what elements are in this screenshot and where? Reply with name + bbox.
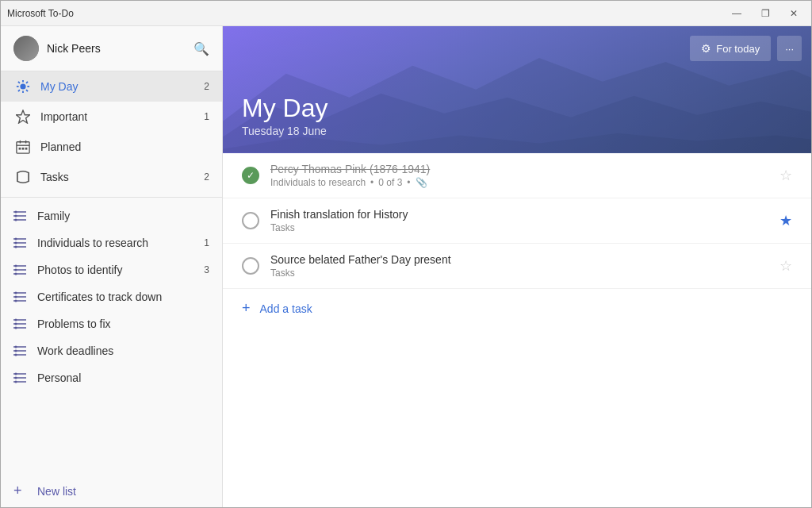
task-list-name: Tasks [270, 222, 295, 233]
task-subtask-count: 0 of 3 [378, 177, 402, 188]
list-icon-family [13, 210, 29, 222]
list-item-certificates[interactable]: Certificates to track down [1, 283, 222, 310]
nav-badge-tasks: 2 [204, 171, 209, 183]
star-icon [13, 110, 33, 124]
svg-point-0 [20, 83, 25, 89]
sidebar-item-important[interactable]: Important 1 [1, 102, 222, 132]
sidebar: Nick Peers 🔍 My Day 2 Important 1 Planne… [1, 26, 223, 507]
add-plus-icon: + [242, 300, 251, 317]
list-label-certificates: Certificates to track down [37, 291, 209, 303]
sidebar-item-planned[interactable]: Planned [1, 132, 222, 162]
task-title: Source belated Father's Day present [270, 253, 772, 266]
list-item-family[interactable]: Family [1, 202, 222, 229]
avatar [13, 36, 39, 61]
task-body: Finish translation for History Tasks [270, 208, 772, 233]
nav-label-my-day: My Day [40, 80, 204, 93]
list-icon-personal [13, 371, 29, 384]
restore-button[interactable]: ❐ [754, 5, 776, 22]
svg-point-54 [15, 354, 17, 356]
sidebar-item-tasks[interactable]: Tasks 2 [1, 162, 222, 192]
svg-point-41 [15, 296, 17, 298]
new-list-label: New list [37, 485, 76, 498]
window-controls: — ❐ ✕ [726, 5, 805, 22]
task-star-button[interactable]: ☆ [779, 257, 792, 275]
page-title: My Day [242, 94, 792, 123]
svg-rect-14 [25, 148, 28, 150]
nav-label-tasks: Tasks [40, 171, 204, 183]
plus-icon: + [13, 483, 29, 499]
list-badge-photos: 3 [204, 264, 209, 275]
task-body: Percy Thomas Pink (1876-1941) Individual… [270, 163, 772, 188]
suggestions-icon: ⚙ [701, 42, 711, 55]
titlebar: Microsoft To-Do — ❐ ✕ [1, 1, 811, 26]
svg-point-40 [15, 292, 17, 294]
list-icon-individuals [13, 237, 29, 249]
svg-point-58 [15, 373, 17, 375]
task-row[interactable]: Source belated Father's Day present Task… [223, 244, 811, 289]
new-list-button[interactable]: + New list [1, 475, 222, 507]
svg-point-30 [15, 246, 17, 248]
task-complete-button[interactable]: ✓ [242, 167, 259, 184]
svg-point-34 [15, 265, 17, 267]
task-row[interactable]: ✓ Percy Thomas Pink (1876-1941) Individu… [223, 153, 811, 198]
sidebar-header: Nick Peers 🔍 [1, 26, 222, 71]
svg-line-7 [26, 82, 28, 83]
svg-point-47 [15, 323, 17, 325]
user-profile[interactable]: Nick Peers [13, 36, 101, 61]
list-item-individuals[interactable]: Individuals to research 1 [1, 229, 222, 256]
task-complete-button[interactable] [242, 212, 259, 229]
svg-point-23 [15, 215, 17, 217]
svg-line-8 [18, 90, 20, 91]
page-subtitle: Tuesday 18 June [242, 125, 792, 137]
nav-badge-my-day: 2 [204, 81, 209, 92]
app-title: Microsoft To-Do [7, 8, 74, 19]
task-list-name: Individuals to research [270, 177, 366, 188]
sun-icon [13, 79, 33, 94]
list-item-problems[interactable]: Problems to fix [1, 310, 222, 337]
list-icon-photos [13, 264, 29, 276]
search-button[interactable]: 🔍 [193, 41, 209, 56]
more-options-button[interactable]: ··· [777, 36, 802, 61]
sidebar-item-my-day[interactable]: My Day 2 [1, 71, 222, 102]
svg-point-35 [15, 269, 17, 271]
list-item-work[interactable]: Work deadlines [1, 337, 222, 364]
task-complete-button[interactable] [242, 257, 259, 275]
list-item-photos[interactable]: Photos to identify 3 [1, 256, 222, 283]
list-icon-work [13, 344, 29, 357]
svg-line-5 [18, 82, 20, 83]
list-label-work: Work deadlines [37, 344, 209, 357]
tasks-area: ✓ Percy Thomas Pink (1876-1941) Individu… [223, 153, 811, 507]
svg-point-22 [15, 211, 17, 214]
task-title: Percy Thomas Pink (1876-1941) [270, 163, 772, 175]
for-today-label: For today [716, 43, 760, 55]
svg-line-6 [26, 90, 28, 91]
svg-point-24 [15, 219, 17, 221]
svg-point-59 [15, 377, 17, 379]
svg-point-42 [15, 300, 17, 302]
add-task-label: Add a task [260, 302, 312, 315]
svg-rect-13 [22, 148, 25, 150]
hero-actions: ⚙ For today ··· [690, 36, 802, 61]
list-label-problems: Problems to fix [37, 318, 209, 330]
close-button[interactable]: ✕ [783, 5, 805, 22]
task-meta: Tasks [270, 222, 772, 233]
for-today-button[interactable]: ⚙ For today [690, 36, 771, 61]
list-icon-certificates [13, 291, 29, 303]
list-label-photos: Photos to identify [37, 264, 204, 276]
svg-point-46 [15, 319, 17, 321]
list-icon-problems [13, 318, 29, 330]
task-body: Source belated Father's Day present Task… [270, 253, 772, 279]
svg-point-36 [15, 273, 17, 275]
task-row[interactable]: Finish translation for History Tasks ★ [223, 198, 811, 244]
list-item-personal[interactable]: Personal [1, 364, 222, 391]
nav-label-important: Important [40, 110, 204, 123]
attachment-icon: 📎 [416, 177, 427, 188]
minimize-button[interactable]: — [726, 5, 748, 22]
add-task-button[interactable]: + Add a task [223, 289, 811, 328]
sidebar-divider [1, 197, 222, 198]
list-label-individuals: Individuals to research [37, 237, 204, 249]
task-star-button[interactable]: ☆ [779, 167, 792, 184]
user-name: Nick Peers [47, 42, 101, 55]
task-star-button[interactable]: ★ [779, 212, 792, 229]
svg-rect-12 [19, 148, 21, 150]
